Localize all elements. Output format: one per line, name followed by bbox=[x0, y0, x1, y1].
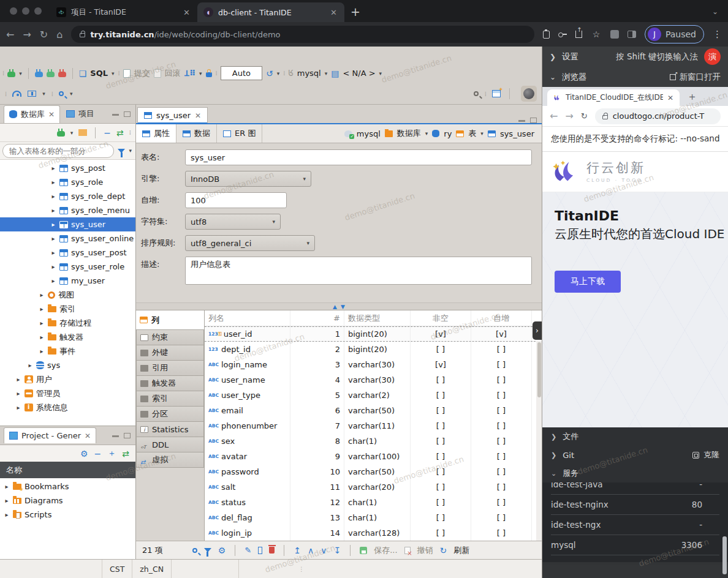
section-tab[interactable]: 分区 bbox=[136, 407, 204, 422]
maximize-panel-icon[interactable] bbox=[124, 433, 131, 438]
column-row[interactable]: dept_id 2 bigint(20) [ ] [ ] bbox=[205, 342, 542, 357]
close-tab-icon[interactable]: ✕ bbox=[182, 8, 191, 17]
browser-tab-project[interactable]: ‹t› 项目 - TitanIDE ✕ bbox=[50, 2, 197, 22]
table-name-input[interactable]: sys_user bbox=[185, 149, 532, 165]
close-window-button[interactable] bbox=[10, 7, 17, 15]
tree-item[interactable]: ▸ 系统信息 bbox=[0, 400, 135, 415]
git-section-row[interactable]: ❯ Git 克隆 bbox=[542, 446, 728, 464]
tree-item[interactable]: ▸ 存储过程 bbox=[0, 316, 135, 330]
minimize-editor-icon[interactable] bbox=[518, 118, 525, 122]
back-icon[interactable]: ← bbox=[550, 110, 558, 122]
close-panel-icon[interactable]: ✕ bbox=[48, 110, 55, 119]
expand-arrow-icon[interactable]: ▸ bbox=[50, 277, 56, 284]
column-row[interactable]: login_name 3 varchar(30) [v] [ ] bbox=[205, 357, 542, 372]
column-row[interactable]: status 12 char(1) [ ] [ ] bbox=[205, 495, 542, 510]
expand-arrow-icon[interactable]: ▸ bbox=[50, 249, 56, 256]
panel-menu-icon[interactable]: ⁞ bbox=[129, 129, 131, 136]
breadcrumb-table[interactable]: sys_user bbox=[500, 129, 534, 138]
subtab-data[interactable]: 数据 bbox=[176, 124, 217, 143]
splitter-handle[interactable]: ▲ ▼ bbox=[136, 302, 542, 310]
tree-item[interactable]: ▸ 索引 bbox=[0, 302, 135, 316]
collapse-down-icon[interactable]: ▼ bbox=[341, 304, 345, 310]
column-row[interactable]: del_flag 13 char(1) [ ] [ ] bbox=[205, 510, 542, 525]
tree-item[interactable]: ▸ sys_post bbox=[0, 161, 135, 175]
link-editor-icon[interactable]: ⇄ bbox=[122, 449, 129, 459]
rollback-icon[interactable] bbox=[154, 69, 161, 78]
service-row[interactable]: ide-test-nginx 80 bbox=[551, 495, 719, 515]
menu-item[interactable] bbox=[54, 53, 65, 57]
next-row-icon[interactable]: ∨ bbox=[320, 546, 327, 555]
close-tab-icon[interactable]: ✕ bbox=[667, 94, 673, 102]
demo-badge[interactable]: 演 bbox=[704, 48, 721, 65]
tree-item[interactable]: ▸ 视图 bbox=[0, 288, 135, 302]
sql-editor-icon[interactable]: ❏ bbox=[79, 69, 87, 78]
tree-item[interactable]: ▸ Diagrams bbox=[0, 494, 135, 508]
collapse-all-icon[interactable]: − bbox=[104, 128, 111, 138]
sql-editor-label[interactable]: SQL bbox=[90, 69, 108, 78]
expand-arrow-icon[interactable]: ▸ bbox=[4, 483, 10, 490]
expand-icon[interactable]: ＋ bbox=[107, 448, 116, 459]
last-row-icon[interactable]: ↧ bbox=[333, 546, 341, 555]
profile-button[interactable]: J Paused bbox=[645, 25, 704, 43]
new-connection-dropdown-icon[interactable]: ▾ bbox=[19, 70, 22, 77]
home-icon[interactable]: ⌂ bbox=[56, 29, 63, 40]
expand-arrow-icon[interactable]: ▸ bbox=[39, 291, 45, 298]
connect-icon[interactable] bbox=[35, 72, 43, 77]
tree-item[interactable]: ▸ 触发器 bbox=[0, 330, 135, 344]
commit-label[interactable]: 提交 bbox=[134, 68, 150, 79]
expand-arrow-icon[interactable]: ▸ bbox=[15, 404, 21, 411]
new-tab-button[interactable]: ＋ bbox=[687, 89, 697, 103]
tree-item[interactable]: ▸ sys bbox=[0, 358, 135, 372]
undo-label[interactable]: 撤销 bbox=[417, 545, 433, 556]
db-dropdown-icon[interactable]: ▾ bbox=[425, 130, 428, 137]
expand-arrow-icon[interactable]: ▸ bbox=[50, 207, 56, 214]
charset-select[interactable]: utf8▾ bbox=[185, 214, 281, 230]
tab-search-chevron-icon[interactable]: ⌄ bbox=[712, 7, 728, 16]
close-tab-icon[interactable]: ✕ bbox=[329, 8, 338, 17]
filter-rows-icon[interactable] bbox=[204, 548, 211, 552]
column-row[interactable]: password 10 varchar(50) [ ] [ ] bbox=[205, 464, 542, 479]
expand-arrow-icon[interactable]: ▸ bbox=[50, 263, 56, 270]
connection-dropdown-icon[interactable]: ▾ bbox=[325, 70, 328, 77]
search-dropdown-icon[interactable]: ▾ bbox=[70, 91, 73, 97]
dashboard-icon[interactable] bbox=[12, 91, 21, 97]
new-tab-button[interactable]: + bbox=[351, 5, 360, 18]
reload-icon[interactable]: ↻ bbox=[40, 29, 48, 40]
subtab-er-diagram[interactable]: ER 图 bbox=[217, 124, 262, 143]
collapse-icon[interactable]: − bbox=[94, 449, 102, 459]
expand-arrow-icon[interactable]: ▸ bbox=[39, 334, 45, 340]
expand-arrow-icon[interactable]: ▸ bbox=[4, 511, 10, 518]
service-row[interactable]: mysql 3306 bbox=[551, 535, 719, 555]
first-row-icon[interactable]: ↥ bbox=[294, 546, 301, 555]
services-scrollbar[interactable] bbox=[722, 536, 727, 574]
tree-item[interactable]: ▸ sys_role_menu bbox=[0, 203, 135, 217]
tree-item[interactable]: ▸ sys_user bbox=[0, 217, 135, 231]
tab-project[interactable]: 项目 bbox=[61, 105, 99, 122]
expand-arrow-icon[interactable]: ▸ bbox=[15, 390, 21, 397]
perspective-icon[interactable] bbox=[492, 90, 501, 97]
refresh-icon[interactable]: ↻ bbox=[440, 546, 447, 555]
git-clone-button[interactable]: 克隆 bbox=[692, 449, 719, 460]
prev-row-icon[interactable]: ∧ bbox=[308, 546, 314, 555]
minimize-panel-icon[interactable] bbox=[112, 111, 119, 116]
column-row[interactable]: email 6 varchar(50) [ ] [ ] bbox=[205, 403, 542, 418]
section-tab[interactable]: 外键 bbox=[136, 345, 204, 361]
password-key-icon[interactable] bbox=[558, 32, 567, 36]
sql-dropdown-icon[interactable]: ▾ bbox=[112, 70, 115, 77]
expand-arrow-icon[interactable]: ▸ bbox=[15, 376, 21, 383]
tab-project-general[interactable]: Project - Gener ✕ bbox=[4, 427, 96, 443]
transaction-dropdown-icon[interactable]: ▾ bbox=[199, 70, 202, 77]
table-scrollbar[interactable] bbox=[536, 341, 542, 541]
tree-item[interactable]: ▸ 用户 bbox=[0, 372, 135, 386]
menu-item[interactable] bbox=[5, 53, 16, 57]
breadcrumb-connection[interactable]: mysql bbox=[357, 129, 381, 138]
menu-item[interactable] bbox=[66, 53, 77, 57]
column-row[interactable]: user_name 4 varchar(30) [ ] [ ] bbox=[205, 372, 542, 388]
delete-row-icon[interactable] bbox=[269, 547, 275, 554]
reconnect-icon[interactable] bbox=[47, 72, 55, 77]
refresh-label[interactable]: 刷新 bbox=[453, 545, 469, 556]
tree-item[interactable]: ▸ sys_user_online bbox=[0, 231, 135, 246]
section-tab[interactable]: 约束 bbox=[136, 330, 204, 345]
minimize-window-button[interactable] bbox=[22, 7, 29, 15]
files-section-row[interactable]: ❯ 文件 bbox=[542, 427, 728, 446]
